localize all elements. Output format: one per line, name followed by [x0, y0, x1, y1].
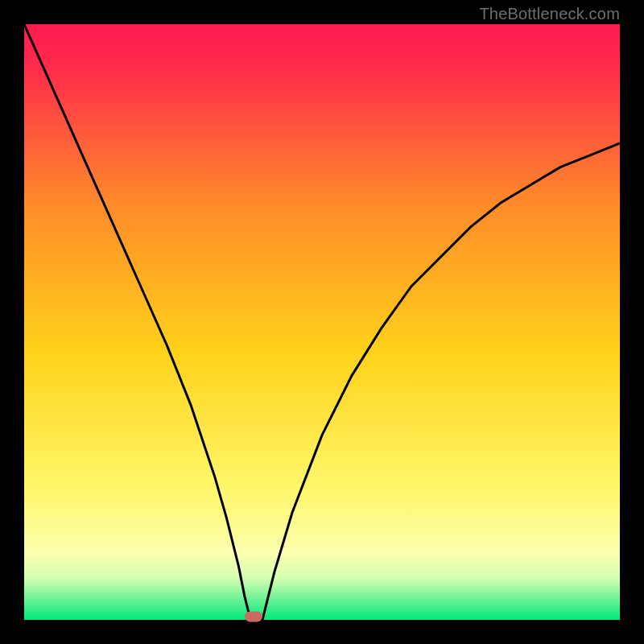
chart-frame: TheBottleneck.com	[0, 0, 644, 644]
curve-layer	[24, 24, 620, 620]
plot-area	[24, 24, 620, 620]
watermark-text: TheBottleneck.com	[479, 5, 620, 23]
optimal-point-marker	[245, 612, 262, 622]
bottleneck-curve	[24, 24, 620, 620]
